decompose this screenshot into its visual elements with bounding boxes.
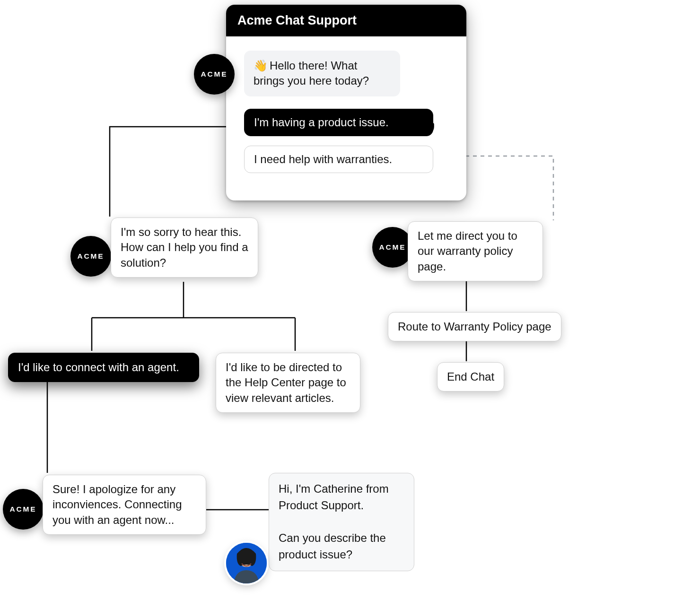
- bot-reply-sorry: I'm so sorry to hear this. How can I hel…: [111, 218, 258, 278]
- greeting-text: Hello there! What brings you here today?: [254, 59, 369, 87]
- agent-message: Hi, I'm Catherine from Product Support. …: [269, 473, 414, 571]
- bot-reply-warranty: Let me direct you to our warranty policy…: [408, 221, 543, 281]
- agent-avatar: [226, 543, 267, 583]
- action-route-warranty[interactable]: Route to Warranty Policy page: [388, 312, 561, 341]
- option-connect-agent[interactable]: I'd like to connect with an agent.: [8, 353, 199, 382]
- acme-badge: ACME: [70, 236, 111, 277]
- chat-widget: Acme Chat Support 👋Hello there! What bri…: [226, 5, 466, 200]
- bot-reply-connecting: Sure! I apologize for any inconviences. …: [43, 475, 206, 535]
- acme-badge: ACME: [194, 54, 235, 95]
- quick-reply-warranties[interactable]: I need help with warranties.: [244, 146, 433, 173]
- greeting-bubble: 👋Hello there! What brings you here today…: [244, 51, 400, 96]
- option-help-center[interactable]: I'd like to be directed to the Help Cent…: [216, 353, 360, 413]
- chat-header-title: Acme Chat Support: [226, 5, 466, 36]
- quick-reply-product-issue[interactable]: I'm having a product issue.: [244, 109, 433, 136]
- action-end-chat[interactable]: End Chat: [437, 362, 504, 392]
- acme-badge-label: ACME: [379, 243, 406, 252]
- acme-badge-label: ACME: [10, 505, 37, 513]
- acme-badge-label: ACME: [201, 70, 228, 78]
- pointer-cursor-icon: [422, 118, 436, 134]
- acme-badge: ACME: [372, 227, 413, 268]
- acme-badge: ACME: [3, 489, 44, 530]
- wave-emoji-icon: 👋: [254, 59, 268, 72]
- acme-badge-label: ACME: [78, 252, 105, 261]
